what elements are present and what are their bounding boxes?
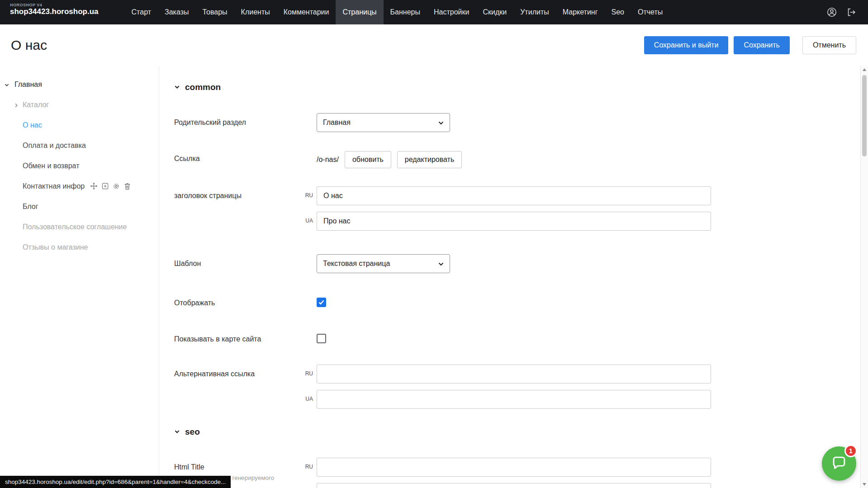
link-status-bar: shop34423.horoshop.ua/edit/edit.php?id=6…: [0, 476, 231, 488]
sidebar-item-otzyvy-o-magazine[interactable]: Отзывы о магазине: [0, 237, 159, 257]
section-common-toggle[interactable]: common: [174, 82, 860, 92]
chevron-down-icon: [4, 81, 9, 90]
chevron-down-icon: [174, 427, 180, 437]
sidebar-item-o-nas[interactable]: О нас: [0, 115, 159, 135]
header-actions: Сохранить и выйти Сохранить Отменить: [644, 36, 856, 54]
nav-discounts[interactable]: Скидки: [476, 0, 513, 24]
nav-start[interactable]: Старт: [125, 0, 158, 24]
scroll-down-arrow-icon[interactable]: [863, 483, 866, 486]
parent-section-select[interactable]: Главная: [317, 113, 450, 132]
tree-label: Контактная инфор: [23, 182, 85, 190]
html-title-ua-input[interactable]: [317, 483, 711, 488]
save-and-exit-button[interactable]: Сохранить и выйти: [644, 36, 729, 54]
sitemap-checkbox[interactable]: [317, 334, 326, 343]
nav-products[interactable]: Товары: [196, 0, 234, 24]
nav-clients[interactable]: Клиенты: [234, 0, 277, 24]
page-title: О нас: [11, 38, 47, 53]
vertical-scrollbar[interactable]: [860, 66, 868, 488]
chevron-down-icon: [438, 260, 444, 268]
scrollbar-thumb[interactable]: [862, 75, 867, 156]
lang-ua-label: UA: [300, 396, 313, 402]
chat-bubble-icon: [830, 454, 848, 473]
select-value: Текстовая страница: [323, 260, 390, 268]
page-header: О нас Сохранить и выйти Сохранить Отмени…: [0, 24, 868, 66]
refresh-link-button[interactable]: обновить: [345, 151, 391, 168]
move-icon[interactable]: [90, 182, 98, 190]
html-title-label: Html Title: [174, 463, 317, 472]
display-checkbox[interactable]: [317, 298, 326, 307]
lang-ua-label: UA: [300, 218, 313, 224]
page-edit-form: common Родительский раздел Главная Ссылк…: [159, 66, 860, 488]
tree-label: Главная: [14, 81, 42, 89]
account-icon[interactable]: [826, 7, 837, 18]
select-value: Главная: [323, 118, 351, 127]
field-label-template: Шаблон: [174, 254, 317, 268]
sidebar-item-katalog[interactable]: Каталог: [0, 95, 159, 115]
sidebar-item-polzovatelskoe-soglashenie[interactable]: Пользовательское соглашение: [0, 217, 159, 237]
nav-banners[interactable]: Баннеры: [384, 0, 427, 24]
nav-reports[interactable]: Отчеты: [631, 0, 669, 24]
tree-label: Блог: [23, 203, 38, 211]
field-label-page-title: заголовок страницы: [174, 186, 317, 200]
sidebar-item-blog[interactable]: Блог: [0, 196, 159, 217]
lang-ru-label: RU: [300, 192, 313, 199]
chat-unread-badge: 1: [844, 445, 857, 457]
field-label-link: Ссылка: [174, 150, 317, 163]
tree-label: Оплата и доставка: [23, 142, 86, 150]
tree-label: Отзывы о магазине: [23, 243, 88, 251]
sidebar-item-glavnaya[interactable]: Главная: [0, 74, 159, 95]
tree-label: Каталог: [23, 101, 49, 109]
template-select[interactable]: Текстовая страница: [317, 254, 450, 273]
chevron-down-icon: [438, 118, 444, 127]
add-page-icon[interactable]: [102, 183, 109, 190]
nav-settings[interactable]: Настройки: [427, 0, 476, 24]
section-title: common: [185, 82, 221, 92]
lang-ru-label: RU: [300, 370, 313, 377]
scroll-up-arrow-icon[interactable]: [863, 68, 866, 71]
alt-link-ua-input[interactable]: [317, 390, 711, 409]
field-label-parent-section: Родительский раздел: [174, 113, 317, 127]
section-seo-toggle[interactable]: seo: [174, 427, 860, 437]
section-title: seo: [185, 427, 200, 437]
field-label-alt-link: Альтернативная ссылка: [174, 365, 317, 379]
save-button[interactable]: Сохранить: [734, 36, 790, 54]
top-nav: Старт Заказы Товары Клиенты Комментарии …: [125, 0, 670, 24]
tree-label: Обмен и возврат: [23, 162, 79, 170]
edit-link-button[interactable]: редактировать: [397, 151, 462, 168]
pages-tree-sidebar: Главная Каталог О нас Оплата и доставка …: [0, 66, 159, 488]
topbar-right: [826, 0, 868, 24]
field-label-sitemap: Показывать в карте сайта: [174, 329, 317, 344]
field-label-display: Отображать: [174, 293, 317, 308]
logout-icon[interactable]: [846, 7, 856, 17]
chevron-right-icon: [14, 102, 19, 110]
alt-link-ru-input[interactable]: [317, 365, 711, 384]
sidebar-item-kontaktnaya-informatsiya[interactable]: Контактная инфор: [0, 176, 159, 196]
html-title-ru-input[interactable]: [317, 458, 711, 477]
delete-trash-icon[interactable]: [124, 183, 131, 190]
logo-domain: shop34423.horoshop.ua: [10, 8, 99, 16]
tree-item-actions: [90, 182, 131, 190]
chat-launcher-button[interactable]: 1: [822, 446, 856, 481]
sidebar-item-obmen-i-vozvrat[interactable]: Обмен и возврат: [0, 156, 159, 176]
tree-label: О нас: [23, 121, 42, 129]
settings-gear-icon[interactable]: [113, 183, 120, 190]
lang-ru-label: RU: [300, 464, 313, 470]
nav-seo[interactable]: Seo: [605, 0, 631, 24]
cancel-button[interactable]: Отменить: [802, 36, 856, 54]
topbar: HOROSHOP V4 shop34423.horoshop.ua Старт …: [0, 0, 868, 24]
tree-label: Пользовательское соглашение: [23, 223, 127, 231]
link-path: /o-nas/: [317, 156, 339, 164]
sidebar-item-oplata-i-dostavka[interactable]: Оплата и доставка: [0, 135, 159, 156]
page-title-ua-input[interactable]: [317, 212, 711, 231]
nav-pages[interactable]: Страницы: [336, 0, 383, 24]
nav-marketing[interactable]: Маркетинг: [556, 0, 605, 24]
chevron-down-icon: [174, 82, 180, 92]
logo[interactable]: HOROSHOP V4 shop34423.horoshop.ua: [0, 0, 99, 24]
nav-orders[interactable]: Заказы: [158, 0, 195, 24]
content: Главная Каталог О нас Оплата и доставка …: [0, 66, 868, 488]
page-title-ru-input[interactable]: [317, 186, 711, 205]
nav-utilities[interactable]: Утилиты: [513, 0, 556, 24]
nav-comments[interactable]: Комментарии: [277, 0, 336, 24]
